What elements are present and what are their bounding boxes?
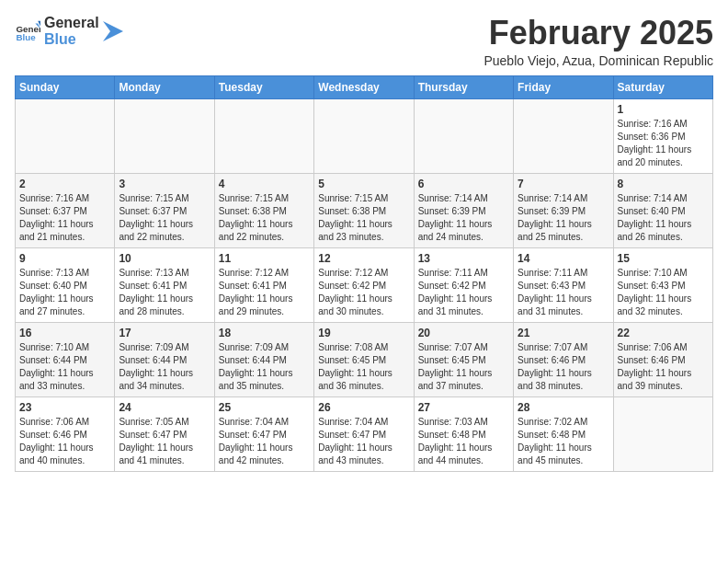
day-info: Sunrise: 7:16 AM Sunset: 6:37 PM Dayligh… (19, 192, 110, 244)
day-info: Sunrise: 7:07 AM Sunset: 6:46 PM Dayligh… (518, 341, 609, 393)
calendar-cell: 8Sunrise: 7:14 AM Sunset: 6:40 PM Daylig… (613, 173, 712, 247)
location-title: Pueblo Viejo, Azua, Dominican Republic (483, 53, 713, 68)
weekday-header-saturday: Saturday (613, 75, 712, 98)
calendar-week-row: 9Sunrise: 7:13 AM Sunset: 6:40 PM Daylig… (16, 247, 713, 322)
calendar-cell: 6Sunrise: 7:14 AM Sunset: 6:39 PM Daylig… (414, 173, 513, 247)
logo-general-text: General (44, 15, 99, 31)
day-info: Sunrise: 7:11 AM Sunset: 6:43 PM Dayligh… (518, 267, 609, 318)
day-number: 9 (19, 252, 110, 265)
logo-icon: General Blue (15, 18, 40, 44)
day-info: Sunrise: 7:10 AM Sunset: 6:43 PM Dayligh… (618, 267, 709, 318)
day-info: Sunrise: 7:08 AM Sunset: 6:45 PM Dayligh… (318, 341, 409, 393)
logo-blue-text: Blue (44, 31, 99, 48)
logo: General Blue General Blue (15, 15, 123, 47)
day-number: 18 (219, 327, 310, 339)
calendar-cell: 11Sunrise: 7:12 AM Sunset: 6:41 PM Dayli… (214, 247, 313, 322)
calendar-cell: 10Sunrise: 7:13 AM Sunset: 6:41 PM Dayli… (115, 247, 214, 322)
calendar-cell: 12Sunrise: 7:12 AM Sunset: 6:42 PM Dayli… (314, 247, 414, 322)
weekday-header-sunday: Sunday (16, 75, 115, 98)
calendar-cell: 18Sunrise: 7:09 AM Sunset: 6:44 PM Dayli… (214, 322, 313, 396)
calendar-cell (314, 98, 414, 173)
day-info: Sunrise: 7:02 AM Sunset: 6:48 PM Dayligh… (518, 416, 609, 467)
day-info: Sunrise: 7:07 AM Sunset: 6:45 PM Dayligh… (418, 341, 509, 393)
day-info: Sunrise: 7:11 AM Sunset: 6:42 PM Dayligh… (418, 267, 509, 318)
day-number: 20 (418, 327, 509, 339)
day-info: Sunrise: 7:15 AM Sunset: 6:38 PM Dayligh… (219, 192, 310, 244)
day-number: 5 (318, 178, 409, 190)
calendar-cell: 21Sunrise: 7:07 AM Sunset: 6:46 PM Dayli… (514, 322, 613, 396)
calendar-cell: 13Sunrise: 7:11 AM Sunset: 6:42 PM Dayli… (414, 247, 513, 322)
calendar-cell (414, 98, 513, 173)
calendar-cell (16, 98, 115, 173)
calendar-cell: 3Sunrise: 7:15 AM Sunset: 6:37 PM Daylig… (115, 173, 214, 247)
day-number: 14 (518, 252, 609, 265)
weekday-header-wednesday: Wednesday (314, 75, 414, 98)
calendar-cell (514, 98, 613, 173)
day-number: 22 (618, 327, 709, 339)
day-info: Sunrise: 7:15 AM Sunset: 6:38 PM Dayligh… (318, 192, 409, 244)
day-info: Sunrise: 7:13 AM Sunset: 6:40 PM Dayligh… (19, 267, 110, 318)
calendar-cell: 1Sunrise: 7:16 AM Sunset: 6:36 PM Daylig… (613, 98, 712, 173)
svg-text:Blue: Blue (16, 31, 36, 41)
calendar-cell: 27Sunrise: 7:03 AM Sunset: 6:48 PM Dayli… (414, 396, 513, 471)
calendar-cell: 5Sunrise: 7:15 AM Sunset: 6:38 PM Daylig… (314, 173, 414, 247)
day-info: Sunrise: 7:14 AM Sunset: 6:39 PM Dayligh… (518, 192, 609, 244)
day-number: 1 (618, 103, 709, 116)
calendar-cell: 28Sunrise: 7:02 AM Sunset: 6:48 PM Dayli… (514, 396, 613, 471)
calendar-cell (613, 396, 712, 471)
calendar-cell: 24Sunrise: 7:05 AM Sunset: 6:47 PM Dayli… (115, 396, 214, 471)
logo-arrow-icon (103, 21, 123, 41)
calendar-cell: 19Sunrise: 7:08 AM Sunset: 6:45 PM Dayli… (314, 322, 414, 396)
weekday-header-tuesday: Tuesday (214, 75, 313, 98)
day-info: Sunrise: 7:14 AM Sunset: 6:40 PM Dayligh… (618, 192, 709, 244)
calendar-cell (214, 98, 313, 173)
day-number: 6 (418, 178, 509, 190)
weekday-header-monday: Monday (115, 75, 214, 98)
day-number: 3 (119, 178, 210, 190)
month-title: February 2025 (483, 15, 713, 52)
day-info: Sunrise: 7:10 AM Sunset: 6:44 PM Dayligh… (19, 341, 110, 393)
calendar-week-row: 23Sunrise: 7:06 AM Sunset: 6:46 PM Dayli… (16, 396, 713, 471)
day-number: 7 (518, 178, 609, 190)
calendar-week-row: 16Sunrise: 7:10 AM Sunset: 6:44 PM Dayli… (16, 322, 713, 396)
title-area: February 2025 Pueblo Viejo, Azua, Domini… (483, 15, 713, 68)
day-number: 17 (119, 327, 210, 339)
day-info: Sunrise: 7:05 AM Sunset: 6:47 PM Dayligh… (119, 416, 210, 467)
calendar-week-row: 1Sunrise: 7:16 AM Sunset: 6:36 PM Daylig… (16, 98, 713, 173)
day-number: 24 (119, 401, 210, 414)
weekday-header-thursday: Thursday (414, 75, 513, 98)
day-info: Sunrise: 7:09 AM Sunset: 6:44 PM Dayligh… (119, 341, 210, 393)
day-number: 19 (318, 327, 409, 339)
day-number: 13 (418, 252, 509, 265)
calendar-cell: 25Sunrise: 7:04 AM Sunset: 6:47 PM Dayli… (214, 396, 313, 471)
calendar-cell: 22Sunrise: 7:06 AM Sunset: 6:46 PM Dayli… (613, 322, 712, 396)
day-info: Sunrise: 7:15 AM Sunset: 6:37 PM Dayligh… (119, 192, 210, 244)
calendar-cell: 23Sunrise: 7:06 AM Sunset: 6:46 PM Dayli… (16, 396, 115, 471)
day-number: 8 (618, 178, 709, 190)
day-number: 21 (518, 327, 609, 339)
calendar-week-row: 2Sunrise: 7:16 AM Sunset: 6:37 PM Daylig… (16, 173, 713, 247)
calendar-cell (115, 98, 214, 173)
calendar-table: SundayMondayTuesdayWednesdayThursdayFrid… (15, 75, 713, 472)
day-number: 12 (318, 252, 409, 265)
day-number: 16 (19, 327, 110, 339)
day-info: Sunrise: 7:12 AM Sunset: 6:42 PM Dayligh… (318, 267, 409, 318)
calendar-header-row: SundayMondayTuesdayWednesdayThursdayFrid… (16, 75, 713, 98)
day-number: 27 (418, 401, 509, 414)
weekday-header-friday: Friday (514, 75, 613, 98)
calendar-cell: 4Sunrise: 7:15 AM Sunset: 6:38 PM Daylig… (214, 173, 313, 247)
day-number: 15 (618, 252, 709, 265)
calendar-cell: 20Sunrise: 7:07 AM Sunset: 6:45 PM Dayli… (414, 322, 513, 396)
day-number: 28 (518, 401, 609, 414)
day-number: 25 (219, 401, 310, 414)
day-info: Sunrise: 7:06 AM Sunset: 6:46 PM Dayligh… (19, 416, 110, 467)
calendar-cell: 15Sunrise: 7:10 AM Sunset: 6:43 PM Dayli… (613, 247, 712, 322)
day-number: 10 (119, 252, 210, 265)
day-info: Sunrise: 7:12 AM Sunset: 6:41 PM Dayligh… (219, 267, 310, 318)
calendar-cell: 2Sunrise: 7:16 AM Sunset: 6:37 PM Daylig… (16, 173, 115, 247)
day-number: 2 (19, 178, 110, 190)
day-info: Sunrise: 7:04 AM Sunset: 6:47 PM Dayligh… (318, 416, 409, 467)
day-number: 11 (219, 252, 310, 265)
calendar-cell: 17Sunrise: 7:09 AM Sunset: 6:44 PM Dayli… (115, 322, 214, 396)
calendar-cell: 16Sunrise: 7:10 AM Sunset: 6:44 PM Dayli… (16, 322, 115, 396)
